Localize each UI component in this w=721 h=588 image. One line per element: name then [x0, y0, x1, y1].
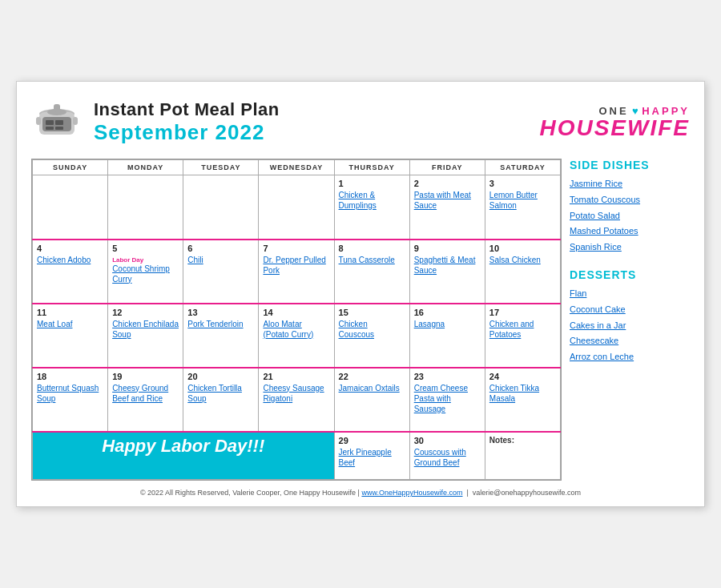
day-number: 14	[263, 308, 329, 317]
calendar-cell: 9Spaghetti & Meat Sauce	[409, 240, 485, 304]
calendar-cell: 21Cheesy Sausage Rigatoni	[259, 368, 334, 432]
calendar-cell: 11Meat Loaf	[33, 304, 108, 368]
svg-rect-3	[46, 120, 54, 125]
svg-rect-6	[55, 127, 63, 130]
meal-link[interactable]: Pork Tenderloin	[187, 320, 243, 328]
meal-link[interactable]: Lasagna	[414, 320, 445, 328]
calendar-cell: 15Chicken Couscous	[334, 304, 409, 368]
day-number: 7	[263, 244, 329, 253]
col-friday: FRIDAY	[409, 160, 485, 175]
col-thursday: THURSDAY	[334, 160, 409, 175]
dessert-item[interactable]: Cakes in a Jar	[570, 318, 690, 334]
desserts-section: DESSERTS FlanCoconut CakeCakes in a JarC…	[570, 268, 690, 365]
dessert-item[interactable]: Cheesecake	[570, 333, 690, 349]
meal-link[interactable]: Chicken and Potatoes	[489, 320, 534, 339]
side-dish-item[interactable]: Spanish Rice	[570, 240, 690, 256]
calendar-cell: 14Aloo Matar (Potato Curry)	[259, 304, 334, 368]
day-number: 21	[263, 372, 329, 381]
title-block: Instant Pot Meal Plan September 2022	[94, 99, 280, 145]
calendar-cell	[259, 175, 334, 240]
meal-link[interactable]: Aloo Matar (Potato Curry)	[263, 320, 313, 339]
day-number: 24	[489, 372, 556, 381]
meal-link[interactable]: Couscous with Ground Beef	[414, 448, 466, 467]
calendar-cell: 5Labor DayCoconut Shrimp Curry	[108, 240, 183, 304]
meal-link[interactable]: Chicken Enchilada Soup	[112, 320, 179, 339]
notes-cell: Notes:	[485, 432, 560, 480]
day-number: 11	[37, 308, 103, 317]
col-monday: MONDAY	[108, 160, 183, 175]
calendar-cell: 29Jerk Pineapple Beef	[334, 432, 409, 480]
calendar-cell: 22Jamaican Oxtails	[334, 368, 409, 432]
calendar-cell: 16Lasagna	[409, 304, 485, 368]
meal-link[interactable]: Butternut Squash Soup	[37, 384, 99, 403]
dessert-item[interactable]: Coconut Cake	[570, 302, 690, 318]
day-number: 17	[489, 308, 556, 317]
meal-link[interactable]: Jamaican Oxtails	[339, 384, 400, 393]
meal-link[interactable]: Coconut Shrimp Curry	[112, 264, 170, 284]
dessert-item[interactable]: Arroz con Leche	[570, 349, 690, 365]
meal-link[interactable]: Cream Cheese Pasta with Sausage	[414, 384, 468, 413]
main-content: SUNDAY MONDAY TUESDAY WEDNESDAY THURSDAY…	[31, 159, 690, 481]
meal-link[interactable]: Tuna Casserole	[339, 256, 395, 264]
side-dish-item[interactable]: Potato Salad	[570, 208, 690, 224]
meal-link[interactable]: Jerk Pineapple Beef	[339, 448, 392, 467]
side-dish-item[interactable]: Tomato Couscous	[570, 192, 690, 208]
calendar-cell: 20Chicken Tortilla Soup	[183, 368, 259, 432]
meal-link[interactable]: Dr. Pepper Pulled Pork	[263, 256, 325, 275]
calendar-cell: 18Butternut Squash Soup	[33, 368, 108, 432]
day-number: 15	[339, 308, 405, 317]
meal-link[interactable]: Pasta with Meat Sauce	[414, 191, 471, 210]
day-number: 10	[489, 244, 556, 253]
day-number: 23	[414, 372, 481, 381]
footer-email: valerie@onehappyhousewife.com	[473, 489, 581, 497]
day-number: 9	[414, 244, 481, 253]
day-number: 13	[187, 308, 254, 317]
col-wednesday: WEDNESDAY	[259, 160, 334, 175]
side-dish-item[interactable]: Jasmine Rice	[570, 176, 690, 192]
meal-link[interactable]: Lemon Butter Salmon	[489, 191, 538, 210]
meal-link[interactable]: Cheesy Ground Beef and Rice	[112, 384, 168, 403]
day-number: 5	[112, 244, 179, 253]
calendar-cell: 7Dr. Pepper Pulled Pork	[259, 240, 334, 304]
calendar-cell: 6Chili	[183, 240, 259, 304]
day-number: 4	[37, 244, 103, 253]
meal-link[interactable]: Chicken Couscous	[339, 320, 374, 339]
col-tuesday: TUESDAY	[183, 160, 259, 175]
calendar-cell: 12Chicken Enchilada Soup	[108, 304, 183, 368]
side-dish-item[interactable]: Mashed Potatoes	[570, 224, 690, 240]
svg-rect-5	[46, 127, 54, 130]
calendar-cell: 10Salsa Chicken	[485, 240, 560, 304]
svg-rect-4	[55, 120, 63, 125]
calendar-cell: 24Chicken Tikka Masala	[485, 368, 560, 432]
dessert-item[interactable]: Flan	[570, 286, 690, 302]
day-number: 19	[112, 372, 179, 381]
meal-link[interactable]: Meat Loaf	[37, 320, 72, 328]
calendar-week-row: 4Chicken Adobo5Labor DayCoconut Shrimp C…	[33, 240, 561, 304]
day-number: 30	[414, 436, 481, 445]
instant-pot-icon	[31, 96, 83, 147]
calendar-cell	[183, 175, 259, 240]
day-number: 1	[339, 179, 405, 188]
calendar-cell: 17Chicken and Potatoes	[485, 304, 560, 368]
day-number: 20	[187, 372, 254, 381]
brand-logo: ONE ♥ HAPPY HOUSEWIFE	[539, 104, 690, 139]
meal-link[interactable]: Chicken & Dumplings	[339, 191, 377, 210]
day-special-label: Labor Day	[112, 256, 143, 264]
meal-link[interactable]: Chicken Tikka Masala	[489, 384, 539, 403]
footer: © 2022 All Rights Reserved, Valerie Coop…	[31, 489, 690, 497]
day-number: 18	[37, 372, 103, 381]
side-dishes-list: Jasmine RiceTomato CouscousPotato SaladM…	[570, 176, 690, 256]
meal-link[interactable]: Chicken Tortilla Soup	[187, 384, 242, 403]
meal-link[interactable]: Cheesy Sausage Rigatoni	[263, 384, 324, 403]
brand-housewife: HOUSEWIFE	[539, 117, 690, 139]
day-number: 16	[414, 308, 481, 317]
meal-link[interactable]: Chili	[187, 256, 203, 264]
meal-link[interactable]: Salsa Chicken	[489, 256, 541, 264]
meal-link[interactable]: Spaghetti & Meat Sauce	[414, 256, 476, 275]
col-saturday: SATURDAY	[485, 160, 560, 175]
meal-link[interactable]: Chicken Adobo	[37, 256, 91, 264]
day-number: 29	[339, 436, 405, 445]
calendar-cell: 1Chicken & Dumplings	[334, 175, 409, 240]
calendar-week-row: 18Butternut Squash Soup19Cheesy Ground B…	[33, 368, 561, 432]
footer-link[interactable]: www.OneHappyHousewife.com	[361, 489, 462, 497]
